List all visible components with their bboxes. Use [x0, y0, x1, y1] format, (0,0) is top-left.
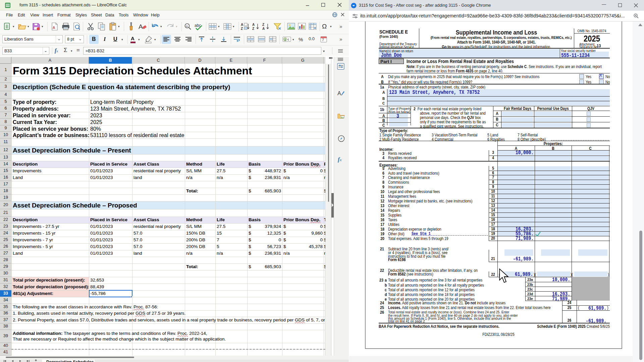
svg-text:A: A [252, 23, 255, 26]
svg-text:A: A [53, 26, 55, 29]
svg-text:Z: Z [262, 23, 264, 26]
svg-text:$: $ [284, 38, 286, 41]
svg-text:A: A [241, 23, 243, 26]
svg-text:Z: Z [241, 27, 243, 31]
svg-text:Z: Z [252, 27, 254, 31]
svg-text:A: A [337, 90, 341, 96]
svg-text:a: a [186, 24, 188, 28]
svg-text:€: € [287, 38, 289, 41]
svg-text:A: A [139, 23, 143, 30]
svg-text:A: A [262, 27, 265, 31]
svg-text:7: 7 [322, 38, 324, 42]
